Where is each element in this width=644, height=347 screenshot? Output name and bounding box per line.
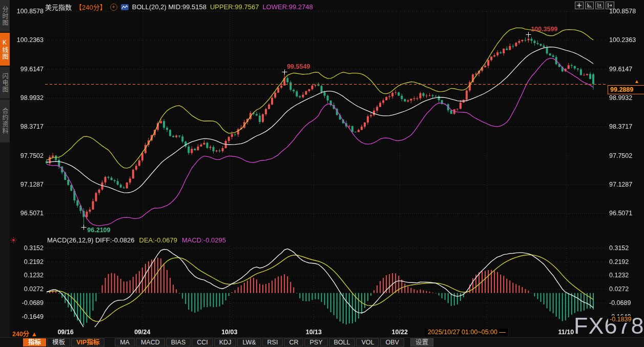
main-y-axis-label: 99.6147 — [10, 66, 44, 73]
chart-header: 美元指数 【240分】 BOLL(20,2) MID:99.5158 UPPER… — [45, 2, 313, 12]
macd-y-axis-label: 0.1232 — [10, 272, 44, 279]
toolbar-button-template[interactable]: 模板 — [47, 338, 70, 346]
main-y-axis-label: 100.8578 — [10, 8, 44, 15]
symbol-title: 美元指数 — [45, 2, 72, 12]
x-axis-label: 11/10 — [558, 329, 574, 336]
zoom-axis-icon[interactable] — [585, 2, 594, 9]
boll-upper-value: UPPER:99.7567 — [210, 3, 259, 11]
chart-toolbar-icons — [575, 2, 614, 9]
toolbar-button-vol[interactable]: VOL — [356, 338, 379, 346]
toolbar-button-bias[interactable]: BIAS — [166, 338, 191, 346]
x-axis-label: 09/24 — [134, 329, 150, 336]
sidebar-tab-contract-info[interactable]: 合约资料 — [0, 99, 10, 142]
toolbar-button-macd[interactable]: MACD — [136, 338, 165, 346]
main-y-axis-label: 97.7502 — [10, 152, 44, 159]
main-y-axis-label: 99.6147 — [609, 66, 643, 73]
x-axis-label: 10/22 — [392, 329, 408, 336]
x-axis-label: 10/03 — [221, 329, 237, 336]
toolbar-button-settings[interactable]: 设置 — [410, 338, 433, 346]
sidebar-tab-time-chart[interactable]: 分时图 — [0, 0, 10, 32]
mini-chart-icon[interactable] — [121, 4, 129, 10]
timeframe-arrow-icon: ▲ — [31, 331, 37, 338]
main-y-axis-label: 97.1287 — [10, 181, 44, 188]
main-y-axis-label: 98.3717 — [10, 123, 44, 130]
sidebar-tab-kline[interactable]: K线图 — [0, 33, 10, 66]
x-axis-label: 09/16 — [57, 329, 73, 336]
main-y-axis-label: 98.9932 — [10, 94, 44, 101]
main-y-axis-label: 98.3717 — [609, 123, 643, 130]
toolbar-button-vip-indicator[interactable]: VIP指标 — [71, 338, 105, 346]
main-y-axis-label: 96.5071 — [10, 210, 44, 217]
main-y-axis-label: 100.8578 — [609, 8, 643, 15]
x-axis-bar: 240分 ▲ 09/1609/2410/0310/1310/222025/10/… — [0, 327, 644, 337]
main-y-axis-label: 98.9932 — [609, 94, 643, 101]
macd-diff-value: MACD(26,12,9) DIFF:-0.0826 — [47, 236, 135, 244]
toolbar-button-lwr[interactable]: LW& — [237, 338, 261, 346]
macd-y-axis-label: 0.2192 — [609, 258, 643, 266]
main-y-axis-label: 97.7502 — [609, 152, 643, 159]
macd-y-axis-label: 0.0272 — [609, 285, 643, 293]
high-annotation: 100.3599 — [531, 26, 557, 33]
plus-circle-icon[interactable] — [110, 4, 117, 11]
crosshair-icon[interactable] — [575, 2, 584, 9]
macd-dea-value: DEA:-0.0679 — [139, 236, 177, 244]
macd-y-axis-label: -0.1649 — [10, 313, 44, 320]
pan-axis-icon[interactable] — [595, 2, 604, 9]
boll-mid-value: BOLL(20,2) MID:99.5158 — [132, 3, 206, 11]
x-axis-label: 2025/10/27 01:00~05:00 — — [425, 329, 508, 336]
macd-y-axis-label: 0.3152 — [10, 244, 44, 252]
main-y-axis-label: 100.2363 — [10, 36, 44, 44]
current-price-badge: 99.2889 — [608, 85, 644, 94]
macd-y-axis-label: 0.2192 — [10, 258, 44, 266]
main-y-axis-label: 100.2363 — [609, 36, 643, 44]
macd-current-value-badge: -0.1839 — [608, 316, 633, 323]
toolbar-button-kdj[interactable]: KDJ — [214, 338, 237, 346]
indicator-toolbar: 指标模板VIP指标MAMACDBIASCCIKDJLW&RSICRPSYBOLL… — [0, 337, 644, 347]
macd-y-axis-label: -0.0689 — [10, 299, 44, 307]
macd-y-axis-label: -0.0689 — [609, 299, 643, 307]
macd-y-axis-label: 0.3152 — [609, 244, 643, 252]
price-marker-arrow-icon: ▲ — [634, 78, 639, 84]
low-annotation: 96.2109 — [87, 227, 110, 234]
toolbar-button-cci[interactable]: CCI — [192, 338, 213, 346]
toolbar-button-cr[interactable]: CR — [284, 338, 303, 346]
toolbar-button-indicator[interactable]: 指标 — [23, 338, 46, 346]
macd-y-axis-label: 0.0272 — [10, 285, 44, 293]
main-y-axis-label: 97.1287 — [609, 181, 643, 188]
toolbar-button-psy[interactable]: PSY — [304, 338, 327, 346]
toolbar-button-ma[interactable]: MA — [115, 338, 135, 346]
macd-y-axis-label: 0.1232 — [609, 272, 643, 279]
macd-macd-value: MACD:-0.0295 — [182, 236, 226, 244]
price-macd-chart-canvas[interactable] — [0, 0, 644, 347]
chart-type-sidebar: 分时图K线图闪电图合约资料 — [0, 0, 10, 337]
toolbar-button-obv[interactable]: OBV — [380, 338, 404, 346]
main-y-axis-label: 96.5071 — [609, 210, 643, 217]
toolbar-button-boll[interactable]: BOLL — [329, 338, 356, 346]
period-label: 【240分】 — [75, 2, 107, 12]
macd-header: MACD(26,12,9) DIFF:-0.0826 DEA:-0.0679 M… — [47, 236, 226, 244]
x-axis-label: 10/13 — [306, 329, 322, 336]
sidebar-tab-lightning[interactable]: 闪电图 — [0, 67, 10, 98]
toolbar-button-rsi[interactable]: RSI — [262, 338, 283, 346]
boll-lower-value: LOWER:99.2748 — [262, 3, 313, 11]
high-annotation: 99.5549 — [287, 63, 310, 70]
trading-terminal: 分时图K线图闪电图合约资料 美元指数 【240分】 BOLL(20,2) MID… — [0, 0, 644, 347]
